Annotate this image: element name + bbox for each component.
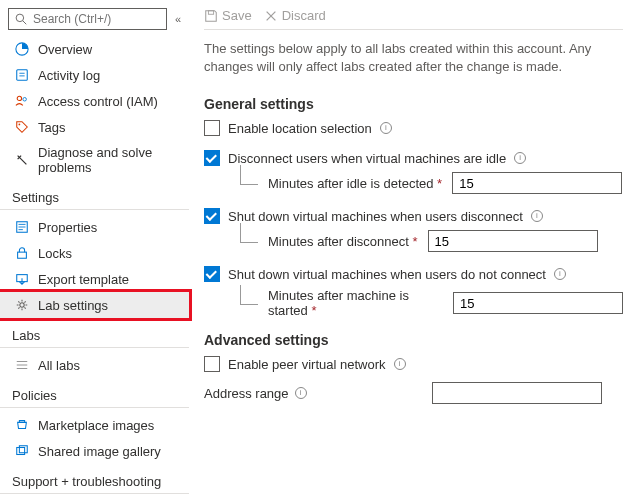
sidebar-item-tags[interactable]: Tags [0,114,189,140]
export-template-icon [14,271,30,287]
nav-label: Access control (IAM) [38,94,158,109]
setting-label: Disconnect users when virtual machines a… [228,151,506,166]
sidebar-item-overview[interactable]: Overview [0,36,189,62]
svg-rect-20 [19,446,27,453]
idle-minutes-input[interactable] [452,172,622,194]
field-label: Address range [204,386,289,401]
bracket-icon [240,165,258,185]
nav-label: Properties [38,220,97,235]
sidebar-section-policies: Policies [0,378,189,408]
activity-log-icon [14,67,30,83]
sidebar-item-access-control[interactable]: Access control (IAM) [0,88,189,114]
sidebar-section-support: Support + troubleshooting [0,464,189,494]
search-box[interactable] [8,8,167,30]
sidebar-item-marketplace-images[interactable]: Marketplace images [0,412,189,438]
info-icon[interactable]: i [554,268,566,280]
access-control-icon [14,93,30,109]
discard-icon [264,9,278,23]
main-content: Save Discard The settings below apply to… [190,0,623,500]
locks-icon [14,245,30,261]
marketplace-icon [14,417,30,433]
advanced-settings-heading: Advanced settings [204,332,623,348]
collapse-sidebar-button[interactable]: « [175,13,181,25]
svg-point-8 [19,124,21,126]
svg-rect-13 [18,252,27,258]
nav-label: Locks [38,246,72,261]
sub-label: Minutes after idle is detected * [268,176,442,191]
nav-label: All labs [38,358,80,373]
svg-rect-19 [17,448,25,455]
info-icon[interactable]: i [295,387,307,399]
noconnect-minutes-input[interactable] [453,292,623,314]
sub-label: Minutes after disconnect * [268,234,418,249]
sidebar-item-all-labs[interactable]: All labs [0,352,189,378]
sub-label: Minutes after machine is started * [268,288,443,318]
nav-label: Tags [38,120,65,135]
toolbar-label: Discard [282,8,326,23]
sidebar-item-lab-settings[interactable]: Lab settings [0,289,192,321]
nav-label: Diagnose and solve problems [38,145,179,175]
setting-label: Enable peer virtual network [228,357,386,372]
sidebar-item-activity-log[interactable]: Activity log [0,62,189,88]
discard-button[interactable]: Discard [264,8,326,23]
info-icon[interactable]: i [531,210,543,222]
gear-icon [14,297,30,313]
info-icon[interactable]: i [394,358,406,370]
address-range-input[interactable] [432,382,602,404]
tags-icon [14,119,30,135]
info-icon[interactable]: i [514,152,526,164]
svg-point-0 [16,14,24,22]
overview-icon [14,41,30,57]
toolbar-label: Save [222,8,252,23]
sidebar-item-locks[interactable]: Locks [0,240,189,266]
general-settings-heading: General settings [204,96,623,112]
diagnose-icon [14,152,30,168]
svg-line-1 [23,21,26,24]
toolbar: Save Discard [204,8,623,30]
shutdown-disconnect-checkbox[interactable] [204,208,220,224]
nav-label: Marketplace images [38,418,154,433]
info-icon[interactable]: i [380,122,392,134]
shutdown-noconnect-checkbox[interactable] [204,266,220,282]
bracket-icon [240,285,258,305]
disconnect-idle-checkbox[interactable] [204,150,220,166]
setting-label: Shut down virtual machines when users di… [228,209,523,224]
intro-text: The settings below apply to all labs cre… [204,40,623,76]
setting-label: Enable location selection [228,121,372,136]
search-icon [13,11,29,27]
svg-point-7 [23,98,27,102]
bracket-icon [240,223,258,243]
save-button[interactable]: Save [204,8,252,23]
enable-peer-vnet-checkbox[interactable] [204,356,220,372]
save-icon [204,9,218,23]
nav-label: Activity log [38,68,100,83]
properties-icon [14,219,30,235]
nav-label: Export template [38,272,129,287]
sidebar-item-properties[interactable]: Properties [0,214,189,240]
disconnect-minutes-input[interactable] [428,230,598,252]
gallery-icon [14,443,30,459]
nav-label: Lab settings [38,298,108,313]
sidebar: « Overview Activity log Access control (… [0,0,190,500]
sidebar-section-labs: Labs [0,318,189,348]
enable-location-checkbox[interactable] [204,120,220,136]
sidebar-item-shared-image-gallery[interactable]: Shared image gallery [0,438,189,464]
svg-rect-3 [17,70,28,81]
nav-label: Shared image gallery [38,444,161,459]
all-labs-icon [14,357,30,373]
sidebar-section-settings: Settings [0,180,189,210]
sidebar-item-diagnose[interactable]: Diagnose and solve problems [0,140,189,180]
search-input[interactable] [33,12,162,26]
svg-point-6 [17,96,21,100]
nav-label: Overview [38,42,92,57]
setting-label: Shut down virtual machines when users do… [228,267,546,282]
svg-point-15 [20,303,24,307]
